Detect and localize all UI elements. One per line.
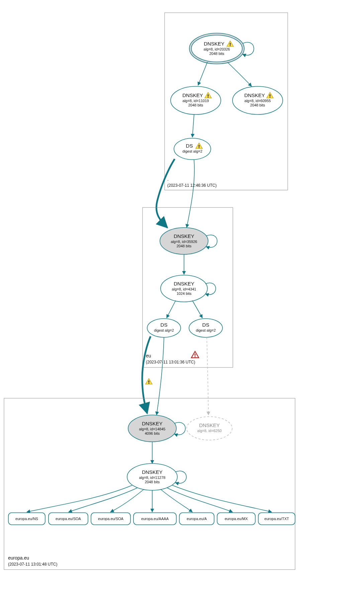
zone-europa-ts: (2023-07-11 13:01:48 UTC): [8, 562, 57, 567]
node-eu-zsk: DNSKEY alg=8, id=4341 1024 bits: [161, 275, 207, 302]
svg-text:2048 bits: 2048 bits: [177, 244, 192, 248]
edge-rr-ns: [27, 485, 132, 512]
rr-txt: europa.eu/TXT: [264, 517, 289, 521]
svg-text:digest alg=2: digest alg=2: [196, 328, 216, 332]
edge-root-ksk-zsk2: [227, 62, 252, 86]
rrset-row: europa.eu/NS europa.eu/SOA europa.eu/SOA…: [8, 513, 295, 525]
svg-point-31: [189, 319, 222, 337]
node-eu-ds2: DS digest alg=2: [189, 319, 222, 337]
svg-text:4096 bits: 4096 bits: [145, 431, 160, 435]
edge-eu-ds1-eur-ksk: [157, 337, 164, 415]
svg-text:DNSKEY: DNSKEY: [174, 281, 194, 286]
svg-text:DNSKEY: DNSKEY: [199, 422, 220, 428]
svg-point-38: [187, 417, 232, 440]
svg-text:DS: DS: [202, 322, 209, 328]
edge-eu-zsk-ds1: [167, 301, 176, 318]
svg-text:1024 bits: 1024 bits: [177, 291, 192, 296]
node-eu-ds1: DS digest alg=2: [147, 319, 181, 337]
zone-eu-ts: (2023-07-11 13:01:36 UTC): [146, 360, 195, 364]
node-eur-ksk: DNSKEY alg=8, id=14845 4096 bits: [128, 415, 176, 442]
svg-text:alg=8, id=35926: alg=8, id=35926: [171, 240, 197, 244]
zone-root-label: .: [167, 176, 169, 182]
edge-rr-soa1: [69, 488, 137, 512]
zone-eu-label: eu: [146, 353, 151, 358]
rr-soa1: europa.eu/SOA: [56, 517, 81, 521]
svg-text:DNSKEY: DNSKEY: [244, 92, 265, 98]
edge-deleg-warn-icon: [146, 378, 152, 384]
edge-eu-ds2-eur-ghost: [207, 337, 208, 415]
edge-eu-zsk-ds2: [192, 301, 202, 318]
svg-point-28: [147, 319, 181, 337]
svg-text:digest alg=2: digest alg=2: [182, 149, 202, 153]
node-eur-zsk: DNSKEY alg=8, id=11278 2048 bits: [127, 464, 177, 490]
svg-text:DNSKEY: DNSKEY: [174, 233, 194, 239]
svg-text:2048 bits: 2048 bits: [188, 103, 203, 107]
svg-text:DNSKEY: DNSKEY: [142, 421, 163, 426]
zone-europa-label: europa.eu: [8, 555, 29, 561]
rr-mx: europa.eu/MX: [224, 517, 248, 521]
zone-root-ts: (2023-07-11 12:46:36 UTC): [167, 183, 216, 188]
node-root-zsk2: DNSKEY alg=8, id=60955 2048 bits: [233, 86, 283, 114]
svg-text:DNSKEY: DNSKEY: [204, 41, 224, 47]
svg-text:alg=8, id=60955: alg=8, id=60955: [245, 99, 271, 103]
zone-eu-error-icon: [191, 351, 199, 358]
node-eur-ghost: DNSKEY alg=8, id=6250: [187, 417, 232, 440]
svg-text:alg=8, id=11278: alg=8, id=11278: [139, 476, 166, 480]
edge-deleg-root-eu-thick: [156, 159, 175, 228]
svg-text:2048 bits: 2048 bits: [145, 480, 160, 484]
svg-text:alg=8, id=4341: alg=8, id=4341: [172, 287, 196, 291]
svg-text:2048 bits: 2048 bits: [209, 52, 224, 56]
dnssec-graph: . (2023-07-11 12:46:36 UTC) DNSKEY alg=8…: [0, 0, 364, 589]
svg-text:2048 bits: 2048 bits: [250, 103, 265, 107]
rr-aaaa: europa.eu/AAAA: [141, 517, 169, 521]
edge-rr-mx: [167, 488, 233, 512]
svg-text:DNSKEY: DNSKEY: [182, 92, 203, 98]
svg-text:alg=8, id=20326: alg=8, id=20326: [204, 47, 230, 51]
edge-root-zsk1-ds: [192, 114, 194, 137]
svg-text:alg=8, id=14845: alg=8, id=14845: [139, 427, 166, 431]
edge-root-ksk-zsk1: [198, 62, 207, 85]
svg-text:DNSKEY: DNSKEY: [142, 469, 163, 475]
svg-text:alg=8, id=6250: alg=8, id=6250: [197, 429, 222, 433]
edge-rr-a: [161, 489, 192, 512]
rr-a: europa.eu/A: [187, 517, 207, 521]
edge-deleg-eu-europa-thick: [142, 336, 151, 413]
svg-text:digest alg=2: digest alg=2: [154, 328, 174, 332]
node-root-zsk1: DNSKEY alg=8, id=11019 2048 bits: [171, 86, 221, 114]
rr-soa2: europa.eu/SOA: [98, 517, 123, 521]
svg-point-17: [174, 138, 211, 160]
node-eu-ksk: DNSKEY alg=8, id=35926 2048 bits: [160, 228, 208, 254]
svg-text:DS: DS: [186, 143, 193, 149]
node-root-ds: DS digest alg=2: [174, 138, 211, 160]
edge-root-ds-eu-ksk: [187, 160, 194, 228]
edge-rr-soa2: [110, 489, 144, 512]
svg-text:DS: DS: [161, 322, 168, 328]
rr-ns: europa.eu/NS: [15, 517, 38, 521]
svg-text:alg=8, id=11019: alg=8, id=11019: [183, 99, 209, 103]
node-root-ksk: DNSKEY alg=8, id=20326 2048 bits: [189, 33, 244, 64]
